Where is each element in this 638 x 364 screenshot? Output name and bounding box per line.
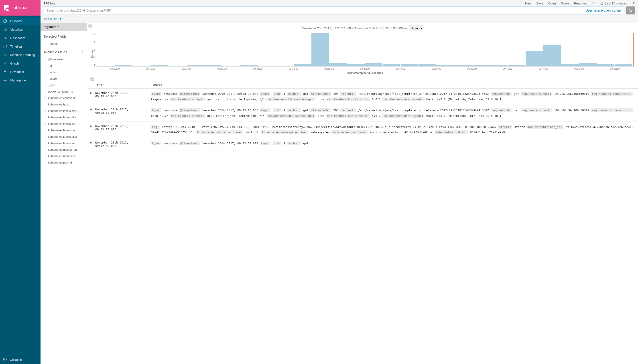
histogram-bar[interactable] (561, 64, 578, 66)
field-item[interactable]: ?_source (44, 40, 84, 47)
field-item[interactable]: tkubernetes.host (44, 101, 84, 108)
share-action[interactable]: Share (561, 2, 569, 5)
histogram-bar[interactable] (579, 63, 596, 66)
field-item[interactable]: tkubernetes.labels.k8s... (44, 114, 84, 120)
xtick: 09:38:00 (418, 68, 454, 70)
xtick: 09:33:00 (240, 68, 276, 70)
nav-item-timelion[interactable]: Timelion (0, 42, 41, 51)
histogram-bar[interactable] (418, 64, 436, 66)
histogram-bar[interactable] (543, 45, 561, 66)
nav-item-dev-tools[interactable]: Dev Tools (0, 68, 41, 76)
search-button[interactable] (626, 6, 635, 14)
histogram-bar[interactable] (454, 65, 471, 66)
field-item[interactable]: tkubernetes.labels.po... (44, 127, 84, 134)
nav-item-visualize[interactable]: Visualize (0, 25, 41, 34)
ytick: 40 (90, 33, 96, 36)
source-key: method: (287, 142, 301, 145)
field-item[interactable]: tkubernetes.container... (44, 95, 84, 101)
index-pattern-selector[interactable]: logstash-* (41, 23, 87, 31)
histogram-bar[interactable] (436, 65, 454, 66)
ytick: 30 (90, 41, 96, 44)
time-prev-button[interactable] (592, 1, 595, 5)
source-key: pid: (273, 92, 281, 96)
fields-settings-button[interactable] (81, 50, 84, 54)
nav-label: Management (10, 78, 29, 82)
histogram-bar[interactable] (615, 64, 632, 66)
histogram-bar[interactable] (526, 52, 543, 66)
field-item[interactable]: t_type (44, 82, 84, 88)
nav-item-graph[interactable]: Graph (0, 59, 41, 68)
source-key: statusCode: (310, 108, 331, 112)
expand-row-button[interactable]: ▶ (90, 91, 95, 102)
collapse-fields-button[interactable]: ◀ (88, 24, 92, 28)
selected-fields-heading: Selected Fields (44, 34, 84, 38)
histogram-bar[interactable] (187, 66, 204, 66)
histogram-bar[interactable] (490, 65, 507, 66)
histogram-bar[interactable] (329, 63, 347, 66)
interval-select[interactable]: Auto (409, 25, 423, 31)
field-item[interactable]: tkubernetes.master_url (44, 146, 84, 153)
new-action[interactable]: New (525, 2, 531, 5)
histogram-bar[interactable] (151, 66, 168, 66)
histogram-bar[interactable] (115, 66, 133, 66)
histogram-bar[interactable] (383, 64, 400, 66)
field-item[interactable]: tdocker.container_id (44, 88, 84, 95)
histogram-bar[interactable] (508, 65, 525, 66)
reporting-action[interactable]: Reporting (574, 2, 587, 5)
table-row: ▶November 20th 2017, 09:42:59.000type: r… (87, 138, 638, 150)
column-header-time[interactable]: Time ▼ (95, 83, 151, 86)
expand-row-button[interactable]: ▶ (90, 108, 95, 118)
nav-item-dashboard[interactable]: Dashboard (0, 34, 41, 42)
add-filter-button[interactable]: Add a filter ✚ (44, 17, 62, 21)
xtick: 09:42:00 (561, 68, 597, 70)
nav-item-discover[interactable]: Discover (0, 17, 41, 25)
field-item[interactable]: t_index (44, 69, 84, 76)
open-action[interactable]: Open (548, 2, 556, 5)
lucene-syntax-link[interactable]: Uses lucene query syntax (586, 9, 621, 12)
field-item[interactable]: tkubernetes.pod_id (44, 159, 84, 166)
field-item[interactable]: @timestamp (44, 56, 84, 62)
histogram-bar[interactable] (311, 33, 329, 66)
field-item[interactable]: tkubernetes.namespa... (44, 153, 84, 159)
nav-label: Visualize (10, 28, 23, 31)
cell-source: log: [httpd] 10.244.2.101 - root [20/Nov… (151, 124, 635, 135)
search-box[interactable]: Uses lucene query syntax (44, 6, 624, 14)
nav-item-management[interactable]: Management (0, 76, 41, 84)
table-row: ▶November 20th 2017, 09:43:10.000type: r… (87, 105, 638, 122)
field-item[interactable]: tkubernetes.labels.ver... (44, 140, 84, 146)
search-input[interactable] (47, 9, 583, 12)
expand-row-button[interactable]: ▶ (90, 124, 95, 135)
histogram-bar[interactable] (401, 64, 418, 66)
field-name: _type (48, 84, 55, 87)
time-range-picker[interactable]: Last 15 minutes (600, 2, 627, 5)
field-item[interactable]: #_score (44, 76, 84, 82)
field-item[interactable]: tkubernetes.labels.task (44, 134, 84, 140)
cell-time: November 20th 2017, 09:43:10.000 (95, 108, 151, 118)
save-action[interactable]: Save (536, 2, 543, 5)
histogram-bar[interactable] (240, 66, 257, 66)
field-type-badge: t (44, 96, 46, 100)
field-item[interactable]: tkubernetes.labels.con... (44, 108, 84, 114)
column-header-source[interactable]: _source (151, 83, 635, 86)
time-next-button[interactable] (632, 1, 635, 5)
histogram-bar[interactable] (347, 64, 364, 66)
collapse-chart-button[interactable]: ▲ (90, 77, 94, 81)
field-item[interactable]: t_id (44, 62, 84, 69)
xtick: 09:41:00 (526, 68, 561, 70)
histogram-bar[interactable] (472, 65, 489, 66)
histogram-bar[interactable] (204, 66, 222, 66)
histogram-chart[interactable]: Count 403020100 09:29:0009:30:0009:31:00… (87, 32, 638, 76)
field-type-badge: t (44, 103, 46, 106)
collapse-sidebar[interactable]: Collapse (0, 355, 41, 364)
source-key: statusCode: (310, 92, 331, 96)
field-item[interactable]: tkubernetes.labels.ku... (44, 120, 84, 127)
expand-row-button[interactable]: ▶ (90, 141, 95, 148)
histogram-bar[interactable] (597, 64, 614, 66)
histogram-bar[interactable] (294, 64, 311, 66)
logo[interactable]: kibana (0, 0, 41, 16)
source-key: req.headers.user-agent: (382, 114, 424, 118)
ytick: 0 (90, 64, 96, 66)
nav-item-machine-learning[interactable]: Machine Learning (0, 51, 41, 59)
histogram-bar[interactable] (365, 63, 382, 66)
source-key: req.headers.connection: (591, 92, 633, 96)
